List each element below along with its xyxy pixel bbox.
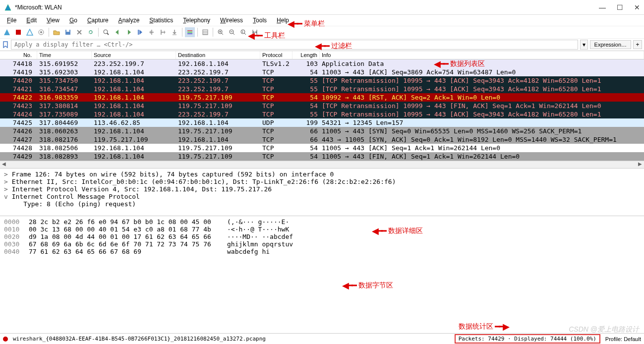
- svg-rect-6: [138, 30, 139, 35]
- byte-line[interactable]: 003067 68 69 6a 6b 6c 6d 6e 6f 70 71 72 …: [0, 240, 644, 248]
- detail-line[interactable]: Ethernet II, Src: IntelCor_b0:b0:1c (e0:…: [0, 178, 644, 185]
- menu-telephony[interactable]: Telephony: [179, 16, 214, 25]
- menu-bar: FileEditViewGoCaptureAnalyzeStatisticsTe…: [0, 15, 644, 26]
- menu-help[interactable]: Help: [273, 16, 293, 25]
- h-scrollbar[interactable]: ◀▶: [0, 161, 644, 169]
- packet-row[interactable]: 74421316.734547192.168.1.104223.252.199.…: [0, 85, 644, 93]
- svg-rect-4: [66, 30, 69, 32]
- dropdown-icon[interactable]: ▾: [580, 40, 588, 50]
- packet-row[interactable]: 74428318.082506192.168.1.104119.75.217.1…: [0, 144, 644, 152]
- find-icon[interactable]: [101, 27, 111, 37]
- packet-row[interactable]: 74429318.082893192.168.1.104119.75.217.1…: [0, 152, 644, 161]
- reload-icon[interactable]: [86, 27, 96, 37]
- packet-details[interactable]: Frame 126: 74 bytes on wire (592 bits), …: [0, 169, 644, 216]
- menu-go[interactable]: Go: [65, 16, 81, 25]
- byte-line[interactable]: 0020d9 1a 08 00 4d 44 00 01 00 17 61 62 …: [0, 233, 644, 240]
- prev-icon[interactable]: [113, 27, 122, 37]
- packet-list: No. Time Source Destination Protocol Len…: [0, 51, 644, 161]
- byte-line[interactable]: 001000 3c 13 68 00 00 40 01 54 e3 c0 a8 …: [0, 226, 644, 233]
- save-icon[interactable]: [63, 27, 73, 37]
- next-icon[interactable]: [124, 27, 134, 37]
- window-title: *Microsoft: WLAN: [15, 4, 599, 11]
- minimize-button[interactable]: —: [599, 3, 606, 11]
- packet-row[interactable]: 74420315.734750192.168.1.104223.252.199.…: [0, 76, 644, 85]
- packet-row[interactable]: 74425317.804469113.46.62.85192.168.1.104…: [0, 118, 644, 127]
- menu-statistics[interactable]: Statistics: [145, 16, 177, 25]
- svg-point-2: [40, 31, 42, 33]
- detail-line[interactable]: Type: 8 (Echo (ping) request): [0, 200, 644, 208]
- menu-view[interactable]: View: [43, 16, 63, 25]
- menu-wireless[interactable]: Wireless: [216, 16, 247, 25]
- svg-rect-9: [187, 33, 192, 34]
- col-info[interactable]: Info: [320, 51, 644, 59]
- columns-icon[interactable]: [200, 27, 210, 37]
- menu-analyze[interactable]: Analyze: [115, 16, 144, 25]
- options-icon[interactable]: [36, 27, 46, 37]
- packet-bytes[interactable]: 000028 2c b2 e2 26 f6 e0 94 67 b0 b0 1c …: [0, 216, 644, 288]
- packet-list-header: No. Time Source Destination Protocol Len…: [0, 51, 644, 59]
- svg-rect-7: [187, 30, 192, 31]
- menu-tools[interactable]: Tools: [249, 16, 271, 25]
- detail-line[interactable]: Frame 126: 74 bytes on wire (592 bits), …: [0, 171, 644, 178]
- toolbar: 1: [0, 26, 644, 39]
- packet-row[interactable]: 74424317.735089192.168.1.104223.252.199.…: [0, 110, 644, 118]
- svg-rect-0: [16, 30, 21, 35]
- resize-cols-icon[interactable]: [250, 27, 260, 37]
- menu-file[interactable]: File: [3, 16, 20, 25]
- zoom-in-icon[interactable]: [216, 27, 226, 37]
- open-icon[interactable]: [52, 27, 61, 37]
- restart-icon[interactable]: [25, 27, 35, 37]
- col-time[interactable]: Time: [37, 51, 92, 59]
- detail-line[interactable]: Internet Protocol Version 4, Src: 192.16…: [0, 185, 644, 193]
- title-bar: *Microsoft: WLAN — ☐ ✕: [0, 0, 644, 15]
- zoom-out-icon[interactable]: [227, 27, 237, 37]
- svg-text:1: 1: [242, 30, 243, 33]
- close-file-icon[interactable]: [74, 27, 84, 37]
- menu-edit[interactable]: Edit: [22, 16, 41, 25]
- stop-icon[interactable]: [13, 27, 23, 37]
- close-button[interactable]: ✕: [634, 3, 640, 11]
- svg-rect-8: [187, 32, 192, 33]
- first-icon[interactable]: [147, 27, 157, 37]
- filter-bar: ▾ Expression… +: [0, 39, 644, 51]
- maximize-button[interactable]: ☐: [617, 3, 623, 11]
- packet-row[interactable]: 74423317.380814192.168.1.104119.75.217.1…: [0, 102, 644, 110]
- byte-line[interactable]: 000028 2c b2 e2 26 f6 e0 94 67 b0 b0 1c …: [0, 218, 644, 226]
- status-profile[interactable]: Profile: Default: [605, 336, 641, 342]
- packet-row[interactable]: 74422316.983359192.168.1.104119.75.217.1…: [0, 93, 644, 102]
- autoscroll-icon[interactable]: [170, 27, 179, 37]
- packet-row[interactable]: 74426318.060263192.168.1.104119.75.217.1…: [0, 127, 644, 135]
- col-len[interactable]: Length: [293, 51, 320, 59]
- last-icon[interactable]: [158, 27, 168, 37]
- col-src[interactable]: Source: [92, 51, 176, 59]
- expression-button[interactable]: Expression…: [590, 40, 631, 49]
- bookmark-icon[interactable]: [2, 41, 9, 48]
- app-icon: [4, 3, 12, 11]
- status-bar: wireshark_{0488032A-EEAF-41B4-B545-0B726…: [0, 333, 644, 344]
- detail-line[interactable]: Internet Control Message Protocol: [0, 193, 644, 200]
- fin-icon[interactable]: [2, 27, 12, 37]
- col-dst[interactable]: Destination: [176, 51, 260, 59]
- status-file: wireshark_{0488032A-EEAF-41B4-B545-0B726…: [13, 336, 450, 342]
- colorize-icon[interactable]: [185, 27, 195, 37]
- display-filter-input[interactable]: [11, 40, 578, 50]
- svg-point-5: [104, 30, 108, 34]
- zoom-reset-icon[interactable]: 1: [238, 27, 248, 37]
- menu-capture[interactable]: Capture: [83, 16, 113, 25]
- status-stats: Packets: 74429 · Displayed: 74444 (100.0…: [455, 334, 600, 344]
- goto-icon[interactable]: [135, 27, 145, 37]
- col-no[interactable]: No.: [0, 51, 37, 59]
- expert-info-icon[interactable]: [3, 337, 8, 342]
- add-filter-button[interactable]: +: [633, 40, 642, 49]
- col-proto[interactable]: Protocol: [260, 51, 293, 59]
- packet-row[interactable]: 74419315.692303192.168.1.104223.252.199.…: [0, 68, 644, 76]
- packet-row[interactable]: 74427318.082176119.75.217.109192.168.1.1…: [0, 135, 644, 144]
- byte-line[interactable]: 004077 61 62 63 64 65 66 67 68 69wabcdef…: [0, 248, 644, 255]
- packet-row[interactable]: 74418315.691952223.252.199.7192.168.1.10…: [0, 59, 644, 68]
